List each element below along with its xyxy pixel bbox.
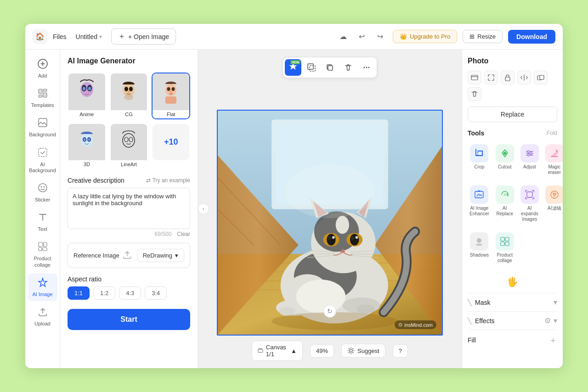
style-anime[interactable]: Anime bbox=[68, 73, 106, 119]
clear-button[interactable]: Clear bbox=[177, 231, 190, 237]
svg-point-19 bbox=[86, 91, 88, 92]
tool-ai-replace[interactable]: AI Replace bbox=[494, 182, 516, 226]
aspect-1-1[interactable]: 1:1 bbox=[68, 286, 90, 300]
try-example-button[interactable]: ⇄ Try an example bbox=[146, 177, 190, 184]
aspect-3-4[interactable]: 3:4 bbox=[145, 286, 167, 300]
tool-crop[interactable]: Crop bbox=[468, 140, 491, 179]
magic-eraser-tool-icon bbox=[545, 144, 563, 162]
sidebar-item-add-label: Add bbox=[38, 73, 47, 79]
sidebar-item-ai-background[interactable]: AI Background bbox=[28, 144, 57, 177]
tool-cutout[interactable]: Cutout bbox=[494, 140, 516, 179]
style-flat[interactable]: Flat bbox=[152, 73, 190, 119]
svg-rect-93 bbox=[505, 77, 510, 81]
style-lineart[interactable]: LineArt bbox=[110, 123, 148, 170]
sticker-icon bbox=[38, 183, 48, 195]
upgrade-button[interactable]: 👑 Upgrade to Pro bbox=[393, 30, 457, 43]
home-button[interactable]: 🏠 bbox=[33, 29, 47, 44]
start-button[interactable]: Start bbox=[68, 309, 190, 330]
duplicate-button[interactable] bbox=[534, 71, 548, 84]
resize-icon: ⊞ bbox=[469, 33, 475, 40]
sidebar-item-templates[interactable]: Templates bbox=[28, 84, 57, 112]
sidebar-item-sticker[interactable]: Sticker bbox=[28, 179, 57, 207]
open-image-button[interactable]: ＋ + Open Image bbox=[111, 28, 176, 45]
ai-tool-button[interactable]: NEW bbox=[285, 59, 301, 76]
flip-button[interactable] bbox=[517, 71, 531, 84]
rotate-handle[interactable]: ↻ bbox=[323, 305, 336, 318]
tools-grid: Crop Cutout Adjust bbox=[468, 140, 557, 267]
tool-ai-image-enhancer[interactable]: AI Image Enhancer bbox=[468, 182, 491, 226]
fill-add-button[interactable]: ＋ bbox=[549, 335, 557, 346]
style-cg[interactable]: CG bbox=[110, 73, 148, 119]
sidebar-item-ai-image[interactable]: AI Image bbox=[28, 274, 57, 301]
sidebar-item-upload[interactable]: Upload bbox=[28, 303, 57, 330]
mask-section[interactable]: ╲ Mask ▾ bbox=[468, 293, 557, 311]
sidebar-item-background[interactable]: Background bbox=[28, 114, 57, 141]
smart-select-button[interactable] bbox=[484, 71, 498, 84]
aspect-ratio-title: Aspect ratio bbox=[68, 275, 190, 283]
adjust-tool-label: Adjust bbox=[523, 164, 536, 170]
suggest-button[interactable]: Suggest bbox=[341, 344, 385, 358]
canvas-copy-button[interactable] bbox=[322, 59, 338, 76]
download-button[interactable]: Download bbox=[508, 30, 555, 44]
tool-product-collage[interactable]: Product collage bbox=[494, 229, 516, 267]
sidebar-item-add[interactable]: Add bbox=[28, 55, 57, 83]
svg-point-33 bbox=[84, 138, 85, 141]
anime-label: Anime bbox=[68, 110, 105, 118]
zoom-label: 49% bbox=[316, 347, 328, 354]
canvas-more-button[interactable] bbox=[358, 59, 375, 76]
watermark-icon: ⊙ bbox=[398, 322, 402, 328]
sidebar-item-text[interactable]: Text bbox=[28, 208, 57, 236]
style-more[interactable]: +10 bbox=[152, 123, 190, 170]
lineart-label: LineArt bbox=[111, 160, 147, 168]
upload-reference-button[interactable] bbox=[122, 249, 132, 262]
aspect-ratio-buttons: 1:1 1:2 4:3 3:4 bbox=[68, 286, 190, 300]
lock-button[interactable] bbox=[501, 71, 514, 84]
tool-magic-eraser[interactable]: Magic eraser bbox=[543, 140, 563, 179]
delete-photo-button[interactable] bbox=[468, 87, 481, 101]
tool-ai-filter[interactable]: AI滤镜 bbox=[543, 182, 563, 226]
document-title[interactable]: Untitled ▾ bbox=[72, 31, 106, 42]
svg-point-99 bbox=[530, 152, 532, 154]
layers-photo-button[interactable] bbox=[468, 71, 481, 84]
svg-point-76 bbox=[332, 236, 335, 239]
plus-icon: ＋ bbox=[118, 32, 125, 41]
style-3d[interactable]: 3D bbox=[68, 123, 106, 170]
tool-shadows[interactable]: Shadows bbox=[468, 229, 491, 267]
aspect-1-2[interactable]: 1:2 bbox=[93, 286, 115, 300]
settings-icon[interactable]: ⚙ bbox=[544, 316, 551, 325]
ai-filter-tool-label: AI滤镜 bbox=[548, 206, 561, 211]
sidebar-item-product-collage[interactable]: Product collage bbox=[28, 238, 57, 271]
help-button[interactable]: ? bbox=[393, 344, 408, 358]
svg-rect-38 bbox=[308, 64, 313, 69]
tool-ai-expands[interactable]: AI expands Images bbox=[519, 182, 541, 226]
ai-background-icon bbox=[38, 147, 48, 160]
text-icon bbox=[38, 212, 48, 224]
replace-button[interactable]: Replace bbox=[468, 106, 557, 122]
redrawing-label: ReDrawing bbox=[143, 252, 172, 259]
creative-description-textarea[interactable]: A lazy little cat lying by the window wi… bbox=[68, 188, 190, 229]
canvas-delete-button[interactable] bbox=[340, 59, 356, 76]
canvas-crop-button[interactable] bbox=[303, 59, 320, 76]
svg-rect-10 bbox=[39, 242, 43, 246]
product-collage-tool-icon bbox=[496, 232, 514, 251]
svg-rect-110 bbox=[505, 242, 509, 246]
cloud-icon-button[interactable]: ☁ bbox=[336, 29, 351, 44]
chevron-down-icon: ▾ bbox=[554, 316, 557, 325]
tool-adjust[interactable]: Adjust bbox=[519, 140, 541, 179]
layer-indicator[interactable]: Canvas 1/1 ▲ bbox=[252, 341, 303, 361]
aspect-4-3[interactable]: 4:3 bbox=[119, 286, 141, 300]
svg-point-17 bbox=[83, 87, 85, 90]
effects-section[interactable]: ╲ Effects ⚙ ▾ bbox=[468, 311, 557, 330]
canvas-image[interactable]: ⊙ insMind.com bbox=[217, 110, 443, 336]
left-sidebar: Add Templates Background AI Background bbox=[25, 50, 60, 368]
resize-button[interactable]: ⊞ Resize bbox=[463, 30, 503, 43]
suggest-label: Suggest bbox=[357, 347, 379, 354]
redo-button[interactable]: ↪ bbox=[373, 29, 387, 44]
redrawing-button[interactable]: ReDrawing ▾ bbox=[137, 249, 184, 262]
fold-button[interactable]: Fold bbox=[547, 130, 557, 136]
undo-button[interactable]: ↩ bbox=[354, 29, 369, 44]
collapse-panel-button[interactable]: ‹ bbox=[198, 203, 209, 214]
files-menu[interactable]: Files bbox=[53, 33, 67, 40]
svg-point-97 bbox=[503, 152, 506, 155]
svg-point-34 bbox=[88, 138, 90, 141]
